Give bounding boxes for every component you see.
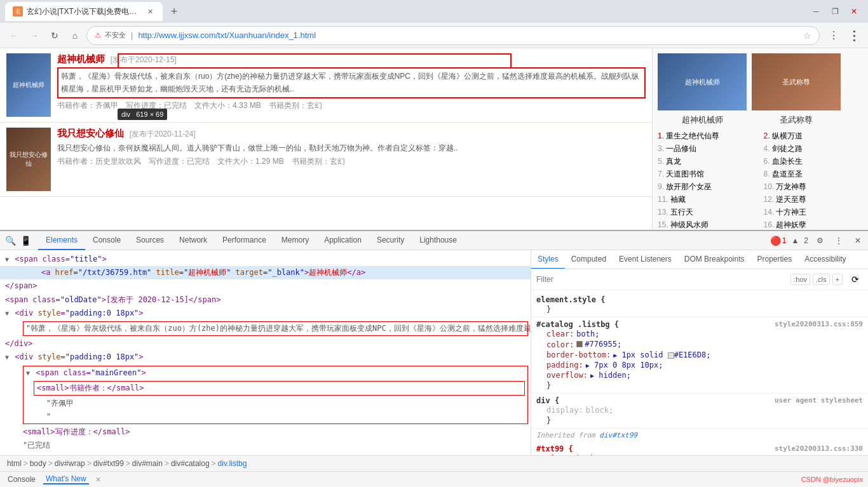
- hov-button[interactable]: :hov: [790, 274, 810, 285]
- webpage-right-sidebar: 超神机械师 圣武称尊 超神机械师 圣武称尊 1.重生之绝代仙尊 2.纵横万道 3…: [652, 48, 868, 230]
- tab-close-button[interactable]: ✕: [145, 6, 155, 17]
- elements-panel[interactable]: ▼ <span class="title"> <a href="/txt/367…: [0, 250, 531, 455]
- right-book-name-2[interactable]: 圣武称尊: [752, 114, 841, 126]
- devtools-inspect-icon[interactable]: 🔍: [3, 233, 18, 248]
- hot-item-1[interactable]: 1.重生之绝代仙尊: [658, 131, 757, 142]
- expand-triangle[interactable]: ▶: [586, 362, 590, 369]
- hot-item-15[interactable]: 15.神级风水师: [658, 220, 757, 230]
- hot-item-3[interactable]: 3.一品修仙: [658, 143, 757, 154]
- new-tab-button[interactable]: +: [165, 3, 183, 20]
- style-rule-display: display: block;: [536, 405, 863, 415]
- tab-lighthouse[interactable]: Lighthouse: [412, 231, 465, 250]
- back-button[interactable]: ←: [5, 27, 23, 44]
- breadcrumb-catalog[interactable]: div#catalog: [169, 459, 212, 468]
- console-tab-console[interactable]: Console: [5, 475, 38, 484]
- breadcrumb-wrap[interactable]: div#wrap: [53, 459, 87, 468]
- home-button[interactable]: ⌂: [66, 27, 84, 44]
- devtools-close-icon[interactable]: ✕: [850, 233, 865, 248]
- url-display: http://www.ijjxsw.com/txt/Xuanhuan/index…: [138, 30, 799, 40]
- expand-triangle[interactable]: ▶: [613, 352, 617, 359]
- tab-performance[interactable]: Performance: [215, 231, 274, 250]
- console-tab-whatsnew[interactable]: What's New: [43, 474, 89, 484]
- right-book-images: 超神机械师 圣武称尊: [658, 53, 863, 110]
- tab-network[interactable]: Network: [172, 231, 215, 250]
- hot-item-4[interactable]: 4.剑徒之路: [764, 143, 864, 154]
- breadcrumb-html[interactable]: html: [5, 459, 24, 468]
- cls-button[interactable]: .cls: [813, 274, 830, 285]
- address-separator: |: [131, 30, 133, 40]
- style-tab-accessibility[interactable]: Accessibility: [798, 250, 852, 269]
- color-swatch-border: [668, 352, 674, 359]
- right-book-names: 超神机械师 圣武称尊: [658, 114, 863, 126]
- hot-item-11[interactable]: 11.袖藏: [658, 194, 757, 205]
- hot-item-14[interactable]: 14.十方神王: [764, 207, 864, 218]
- hot-item-2[interactable]: 2.纵横万道: [764, 131, 864, 142]
- breadcrumb-main[interactable]: div#main: [130, 459, 165, 468]
- hot-item-9[interactable]: 9.放开那个女巫: [658, 182, 757, 192]
- styles-refresh-icon[interactable]: ⟳: [848, 272, 863, 287]
- expand-triangle[interactable]: ▶: [590, 372, 594, 379]
- book-desc-container-1: 韩萧，《星海》骨灰级代练，被来自东（ruo）方(zhe)的神秘力量扔进穿越大军，…: [57, 67, 646, 98]
- tab-console[interactable]: Console: [85, 231, 128, 250]
- style-tab-computed[interactable]: Computed: [565, 250, 613, 269]
- filter-input[interactable]: [536, 275, 785, 284]
- breadcrumb-txt99[interactable]: div#txt99: [92, 459, 126, 468]
- add-rule-button[interactable]: +: [832, 274, 843, 285]
- collapse-triangle[interactable]: ▼: [5, 309, 9, 319]
- hot-item-8[interactable]: 8.盘道至圣: [764, 169, 864, 180]
- hot-item-7[interactable]: 7.天道图书馆: [658, 169, 757, 180]
- hot-item-16[interactable]: 16.超神妖孽: [764, 220, 864, 230]
- catalog-selector: #catalog .listbg { style20200313.css:859: [536, 320, 863, 329]
- book-title-1[interactable]: 超神机械师: [57, 53, 105, 64]
- collapse-triangle[interactable]: ▼: [5, 255, 9, 265]
- bookmark-icon[interactable]: ☆: [803, 30, 811, 41]
- html-line: </span>: [0, 279, 531, 293]
- style-tab-dom-breakpoints[interactable]: DOM Breakpoints: [678, 250, 751, 269]
- element-info-tooltip: div 619 × 69: [118, 109, 167, 120]
- close-whatsnew[interactable]: ✕: [95, 476, 101, 484]
- inherited-from-label: Inherited from div#txt99: [531, 429, 868, 442]
- devtools-dock-icons: 🔍 📱: [3, 233, 33, 248]
- hot-item-10[interactable]: 10.万龙神尊: [764, 182, 864, 192]
- breadcrumb-listbg[interactable]: div.listbg: [216, 459, 249, 468]
- minimize-button[interactable]: ─: [807, 3, 825, 20]
- devtools-more-icon[interactable]: ⋮: [831, 233, 846, 248]
- toolbar-icons: ⋮ ⋮: [825, 27, 863, 44]
- extensions-button[interactable]: ⋮: [825, 27, 843, 44]
- tab-memory[interactable]: Memory: [274, 231, 316, 250]
- tab-security[interactable]: Security: [369, 231, 412, 250]
- hot-item-5[interactable]: 5.真龙: [658, 156, 757, 167]
- tab-elements[interactable]: Elements: [38, 231, 85, 250]
- book-title-2[interactable]: 我只想安心修仙: [57, 128, 124, 138]
- tab-application[interactable]: Application: [316, 231, 369, 250]
- devtools-settings-icon[interactable]: ⚙: [812, 233, 827, 248]
- menu-button[interactable]: ⋮: [845, 27, 863, 44]
- style-tab-styles[interactable]: Styles: [531, 250, 565, 269]
- close-button[interactable]: ✕: [845, 3, 863, 20]
- color-swatch: [576, 341, 583, 347]
- address-bar[interactable]: ⚠ 不安全 | http://www.ijjxsw.com/txt/Xuanhu…: [86, 26, 820, 45]
- title-bar: 玄 玄幻小说|TXT小说下载|免费电子... ✕ + ─ ❐ ✕: [0, 0, 868, 23]
- breadcrumb-body[interactable]: body: [28, 459, 48, 468]
- hot-item-12[interactable]: 12.逆天至尊: [764, 194, 864, 205]
- right-book-name-1[interactable]: 超神机械师: [658, 114, 747, 126]
- book-cover-1: 超神机械师: [6, 53, 51, 117]
- devtools-device-icon[interactable]: 📱: [18, 233, 33, 248]
- tab-sources[interactable]: Sources: [128, 231, 172, 250]
- reload-button[interactable]: ↻: [46, 27, 64, 44]
- webpage-area: div 619 × 69 超神机械师 超神机械师 [发布于2020-12-15]: [0, 48, 868, 230]
- tab-favicon: 玄: [13, 6, 23, 17]
- style-rule-clear: clear: both;: [536, 329, 863, 339]
- restore-button[interactable]: ❐: [826, 3, 844, 20]
- style-tab-properties[interactable]: Properties: [750, 250, 798, 269]
- forward-button[interactable]: →: [25, 27, 43, 44]
- browser-tab[interactable]: 玄 玄幻小说|TXT小说下载|免费电子... ✕: [5, 2, 163, 21]
- hot-item-6[interactable]: 6.血染长生: [764, 156, 864, 167]
- style-tab-event-listeners[interactable]: Event Listeners: [613, 250, 678, 269]
- collapse-triangle[interactable]: ▼: [26, 368, 30, 378]
- not-secure-label: 不安全: [105, 30, 126, 40]
- collapse-triangle[interactable]: ▼: [5, 352, 9, 363]
- html-line: "齐佩甲: [24, 397, 527, 410]
- style-rule-color: color: #776955;: [536, 339, 863, 350]
- hot-item-13[interactable]: 13.五行天: [658, 207, 757, 218]
